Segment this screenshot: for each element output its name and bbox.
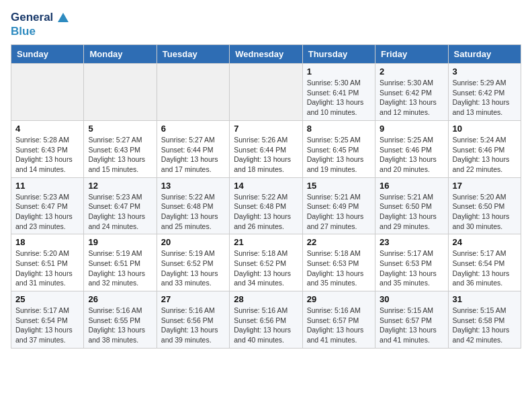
calendar-cell: 22Sunrise: 5:18 AM Sunset: 6:53 PM Dayli… — [302, 234, 375, 291]
calendar-cell: 15Sunrise: 5:21 AM Sunset: 6:49 PM Dayli… — [302, 177, 375, 234]
day-number: 26 — [88, 294, 152, 304]
weekday-header-wednesday: Wednesday — [230, 45, 302, 64]
weekday-header-monday: Monday — [84, 45, 157, 64]
calendar-cell — [11, 64, 84, 121]
day-number: 3 — [453, 66, 517, 77]
day-info: Sunrise: 5:18 AM Sunset: 6:53 PM Dayligh… — [307, 248, 371, 288]
day-info: Sunrise: 5:23 AM Sunset: 6:47 PM Dayligh… — [88, 192, 152, 232]
day-number: 8 — [307, 124, 371, 134]
calendar-cell: 28Sunrise: 5:16 AM Sunset: 6:56 PM Dayli… — [230, 291, 302, 349]
day-number: 1 — [307, 66, 371, 77]
calendar-cell: 26Sunrise: 5:16 AM Sunset: 6:55 PM Dayli… — [84, 291, 157, 349]
day-info: Sunrise: 5:24 AM Sunset: 6:46 PM Dayligh… — [453, 135, 517, 175]
calendar-cell: 30Sunrise: 5:15 AM Sunset: 6:57 PM Dayli… — [375, 291, 448, 349]
day-number: 2 — [380, 66, 443, 77]
day-info: Sunrise: 5:17 AM Sunset: 6:53 PM Dayligh… — [380, 248, 443, 288]
calendar-cell: 29Sunrise: 5:16 AM Sunset: 6:57 PM Dayli… — [302, 291, 375, 349]
day-number: 19 — [88, 237, 152, 247]
calendar-cell: 18Sunrise: 5:20 AM Sunset: 6:51 PM Dayli… — [11, 234, 84, 291]
day-number: 14 — [234, 181, 298, 191]
calendar-cell: 25Sunrise: 5:17 AM Sunset: 6:54 PM Dayli… — [11, 291, 84, 349]
day-info: Sunrise: 5:16 AM Sunset: 6:55 PM Dayligh… — [88, 306, 152, 345]
day-info: Sunrise: 5:16 AM Sunset: 6:56 PM Dayligh… — [161, 306, 225, 345]
day-info: Sunrise: 5:30 AM Sunset: 6:42 PM Dayligh… — [380, 78, 443, 118]
day-number: 21 — [234, 237, 298, 247]
calendar-cell: 1Sunrise: 5:30 AM Sunset: 6:41 PM Daylig… — [302, 64, 375, 121]
calendar-cell: 31Sunrise: 5:15 AM Sunset: 6:58 PM Dayli… — [448, 291, 521, 349]
day-info: Sunrise: 5:28 AM Sunset: 6:43 PM Dayligh… — [15, 135, 79, 175]
calendar-cell: 21Sunrise: 5:18 AM Sunset: 6:52 PM Dayli… — [230, 234, 302, 291]
day-number: 18 — [15, 237, 79, 247]
day-info: Sunrise: 5:25 AM Sunset: 6:46 PM Dayligh… — [380, 135, 443, 175]
weekday-header-tuesday: Tuesday — [157, 45, 229, 64]
day-number: 28 — [234, 294, 298, 304]
day-info: Sunrise: 5:21 AM Sunset: 6:49 PM Dayligh… — [307, 192, 371, 232]
weekday-header-sunday: Sunday — [11, 45, 84, 64]
day-info: Sunrise: 5:27 AM Sunset: 6:43 PM Dayligh… — [88, 135, 152, 175]
day-number: 10 — [453, 124, 517, 134]
calendar-cell: 2Sunrise: 5:30 AM Sunset: 6:42 PM Daylig… — [375, 64, 448, 121]
calendar-cell: 17Sunrise: 5:20 AM Sunset: 6:50 PM Dayli… — [448, 177, 521, 234]
day-number: 23 — [380, 237, 443, 247]
day-number: 11 — [15, 181, 79, 191]
day-number: 29 — [307, 294, 371, 304]
day-number: 4 — [15, 124, 79, 134]
calendar-cell: 11Sunrise: 5:23 AM Sunset: 6:47 PM Dayli… — [11, 177, 84, 234]
calendar-cell: 16Sunrise: 5:21 AM Sunset: 6:50 PM Dayli… — [375, 177, 448, 234]
svg-marker-0 — [58, 13, 69, 22]
calendar-cell — [230, 64, 302, 121]
day-info: Sunrise: 5:20 AM Sunset: 6:50 PM Dayligh… — [453, 192, 517, 232]
calendar-cell: 7Sunrise: 5:26 AM Sunset: 6:44 PM Daylig… — [230, 120, 302, 177]
day-info: Sunrise: 5:25 AM Sunset: 6:45 PM Dayligh… — [307, 135, 371, 175]
weekday-header-thursday: Thursday — [302, 45, 375, 64]
calendar-cell: 27Sunrise: 5:16 AM Sunset: 6:56 PM Dayli… — [157, 291, 229, 349]
calendar-cell: 6Sunrise: 5:27 AM Sunset: 6:44 PM Daylig… — [157, 120, 229, 177]
day-info: Sunrise: 5:19 AM Sunset: 6:51 PM Dayligh… — [88, 248, 152, 288]
day-info: Sunrise: 5:15 AM Sunset: 6:57 PM Dayligh… — [380, 306, 443, 345]
day-number: 15 — [307, 181, 371, 191]
calendar-cell: 19Sunrise: 5:19 AM Sunset: 6:51 PM Dayli… — [84, 234, 157, 291]
day-number: 31 — [453, 294, 517, 304]
day-info: Sunrise: 5:18 AM Sunset: 6:52 PM Dayligh… — [234, 248, 298, 288]
day-info: Sunrise: 5:29 AM Sunset: 6:42 PM Dayligh… — [453, 78, 517, 118]
calendar-cell: 10Sunrise: 5:24 AM Sunset: 6:46 PM Dayli… — [448, 120, 521, 177]
day-number: 6 — [161, 124, 225, 134]
calendar-cell: 20Sunrise: 5:19 AM Sunset: 6:52 PM Dayli… — [157, 234, 229, 291]
day-info: Sunrise: 5:16 AM Sunset: 6:56 PM Dayligh… — [234, 306, 298, 345]
calendar-cell — [157, 64, 229, 121]
calendar-cell: 24Sunrise: 5:17 AM Sunset: 6:54 PM Dayli… — [448, 234, 521, 291]
day-info: Sunrise: 5:17 AM Sunset: 6:54 PM Dayligh… — [15, 306, 79, 345]
day-info: Sunrise: 5:23 AM Sunset: 6:47 PM Dayligh… — [15, 192, 79, 232]
day-info: Sunrise: 5:27 AM Sunset: 6:44 PM Dayligh… — [161, 135, 225, 175]
calendar-cell: 9Sunrise: 5:25 AM Sunset: 6:46 PM Daylig… — [375, 120, 448, 177]
day-number: 7 — [234, 124, 298, 134]
calendar-cell: 4Sunrise: 5:28 AM Sunset: 6:43 PM Daylig… — [11, 120, 84, 177]
day-info: Sunrise: 5:22 AM Sunset: 6:48 PM Dayligh… — [161, 192, 225, 232]
day-number: 12 — [88, 181, 152, 191]
day-info: Sunrise: 5:19 AM Sunset: 6:52 PM Dayligh… — [161, 248, 225, 288]
day-info: Sunrise: 5:15 AM Sunset: 6:58 PM Dayligh… — [453, 306, 517, 345]
calendar-table: SundayMondayTuesdayWednesdayThursdayFrid… — [11, 44, 521, 349]
calendar-cell: 8Sunrise: 5:25 AM Sunset: 6:45 PM Daylig… — [302, 120, 375, 177]
day-number: 25 — [15, 294, 79, 304]
day-number: 24 — [453, 237, 517, 247]
day-number: 22 — [307, 237, 371, 247]
logo-blue: Blue — [11, 25, 70, 38]
weekday-header-saturday: Saturday — [448, 45, 521, 64]
day-info: Sunrise: 5:26 AM Sunset: 6:44 PM Dayligh… — [234, 135, 298, 175]
calendar-cell: 5Sunrise: 5:27 AM Sunset: 6:43 PM Daylig… — [84, 120, 157, 177]
day-info: Sunrise: 5:16 AM Sunset: 6:57 PM Dayligh… — [307, 306, 371, 345]
day-info: Sunrise: 5:21 AM Sunset: 6:50 PM Dayligh… — [380, 192, 443, 232]
day-number: 5 — [88, 124, 152, 134]
day-number: 9 — [380, 124, 443, 134]
day-info: Sunrise: 5:30 AM Sunset: 6:41 PM Dayligh… — [307, 78, 371, 118]
day-info: Sunrise: 5:20 AM Sunset: 6:51 PM Dayligh… — [15, 248, 79, 288]
calendar-cell: 23Sunrise: 5:17 AM Sunset: 6:53 PM Dayli… — [375, 234, 448, 291]
calendar-cell: 3Sunrise: 5:29 AM Sunset: 6:42 PM Daylig… — [448, 64, 521, 121]
calendar-cell: 13Sunrise: 5:22 AM Sunset: 6:48 PM Dayli… — [157, 177, 229, 234]
logo: General Blue — [11, 11, 70, 38]
day-number: 27 — [161, 294, 225, 304]
calendar-cell: 12Sunrise: 5:23 AM Sunset: 6:47 PM Dayli… — [84, 177, 157, 234]
day-info: Sunrise: 5:22 AM Sunset: 6:48 PM Dayligh… — [234, 192, 298, 232]
day-info: Sunrise: 5:17 AM Sunset: 6:54 PM Dayligh… — [453, 248, 517, 288]
